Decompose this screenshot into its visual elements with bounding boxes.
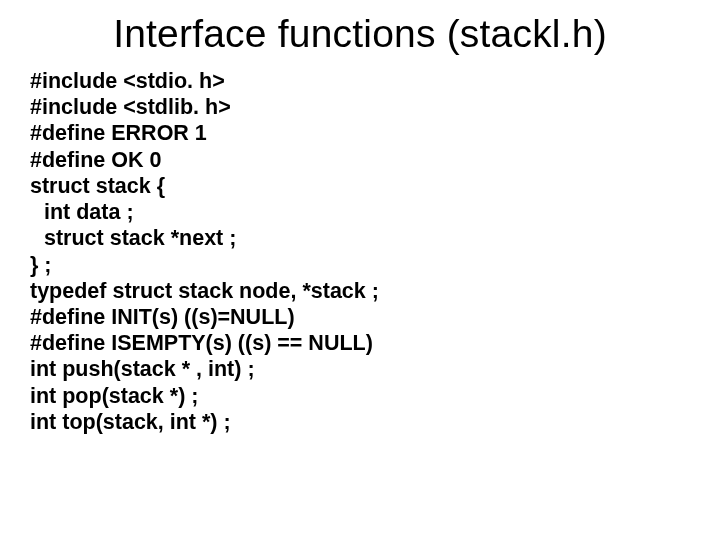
code-line: #define ERROR 1 bbox=[30, 120, 379, 146]
code-line: struct stack { bbox=[30, 173, 379, 199]
slide-title: Interface functions (stackl.h) bbox=[0, 12, 720, 56]
code-block: #include <stdio. h> #include <stdlib. h>… bbox=[30, 68, 379, 435]
code-line: int top(stack, int *) ; bbox=[30, 409, 379, 435]
code-line: #define OK 0 bbox=[30, 147, 379, 173]
code-line: struct stack *next ; bbox=[30, 225, 379, 251]
code-line: int push(stack * , int) ; bbox=[30, 356, 379, 382]
code-line: #define ISEMPTY(s) ((s) == NULL) bbox=[30, 330, 379, 356]
code-line: #define INIT(s) ((s)=NULL) bbox=[30, 304, 379, 330]
code-line: } ; bbox=[30, 252, 379, 278]
code-line: int pop(stack *) ; bbox=[30, 383, 379, 409]
code-line: typedef struct stack node, *stack ; bbox=[30, 278, 379, 304]
code-line: #include <stdlib. h> bbox=[30, 94, 379, 120]
slide: Interface functions (stackl.h) #include … bbox=[0, 0, 720, 540]
code-line: #include <stdio. h> bbox=[30, 68, 379, 94]
code-line: int data ; bbox=[30, 199, 379, 225]
